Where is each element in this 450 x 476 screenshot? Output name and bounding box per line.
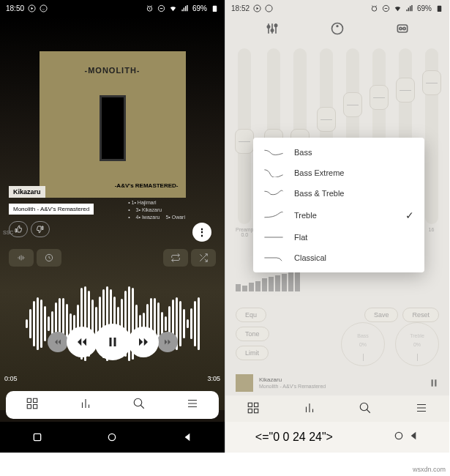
queue-tab[interactable] — [415, 401, 428, 417]
svg-rect-33 — [255, 409, 258, 413]
next-button[interactable] — [128, 327, 159, 357]
back-icon[interactable] — [181, 431, 193, 443]
svg-rect-19 — [438, 5, 442, 11]
overview-icon[interactable] — [31, 431, 43, 443]
curve-icon — [263, 168, 284, 177]
svg-rect-13 — [34, 434, 40, 440]
search-tab[interactable] — [132, 397, 146, 413]
search-tab[interactable] — [359, 401, 372, 417]
svg-point-12 — [134, 398, 142, 406]
equ-button[interactable]: Equ — [236, 308, 266, 322]
back-icon[interactable] — [408, 430, 419, 442]
treble-knob[interactable]: Treble0% — [395, 322, 439, 366]
svg-rect-8 — [28, 398, 31, 402]
seek-back-button[interactable] — [48, 332, 68, 352]
mini-pause-button[interactable] — [429, 378, 439, 388]
queue-tab[interactable] — [186, 397, 199, 413]
bass-knob[interactable]: Bass0% — [341, 322, 385, 366]
reverb-icon[interactable] — [395, 21, 410, 36]
curve-icon — [263, 148, 284, 157]
preset-classical[interactable]: Classical — [253, 248, 424, 268]
thumbs-down-button[interactable] — [31, 221, 50, 237]
mini-track: Kikazaru — [259, 376, 326, 384]
preset-treble[interactable]: Treble ✓ — [253, 204, 424, 227]
preset-bass-treble[interactable]: Bass & Treble — [253, 183, 424, 204]
preset-bass-extreme[interactable]: Bass Extreme — [253, 163, 424, 183]
time-elapsed: 0:05 — [4, 375, 18, 382]
play-indicator-icon — [253, 4, 261, 12]
svg-rect-28 — [432, 379, 433, 386]
battery-icon — [435, 4, 443, 12]
system-nav — [0, 422, 225, 453]
library-tab[interactable] — [247, 401, 260, 417]
battery-pct: 69% — [417, 4, 432, 12]
wifi-icon — [169, 4, 177, 12]
thumbs-up-button[interactable] — [9, 221, 28, 237]
preset-popup: Bass Bass Extreme Bass & Treble Treble ✓… — [253, 138, 424, 272]
status-bar: 18:52 69% — [225, 0, 449, 16]
player-screen: 18:50 69% -MONOLITH- -A&V's REMASTERED- … — [0, 0, 225, 453]
curve-icon — [263, 253, 284, 262]
remaster-tag: -A&V's REMASTERED- — [115, 182, 179, 189]
bottom-nav — [6, 391, 219, 419]
home-icon[interactable] — [393, 430, 405, 442]
battery-pct: 69% — [192, 4, 207, 12]
preset-flat[interactable]: Flat — [253, 227, 424, 248]
wifi-icon — [394, 4, 402, 12]
equalizer-tab[interactable] — [79, 397, 92, 413]
clock: 18:52 — [231, 4, 250, 12]
play-indicator-icon — [28, 4, 36, 12]
preset-bass[interactable]: Bass — [253, 142, 424, 163]
curve-icon — [263, 211, 284, 220]
battery-icon — [211, 4, 219, 12]
svg-point-35 — [395, 432, 402, 439]
band-slider[interactable] — [425, 48, 438, 224]
svg-rect-30 — [249, 403, 252, 406]
more-button[interactable]: ⋮ — [192, 223, 211, 242]
visualizer-button[interactable] — [9, 249, 34, 267]
home-icon[interactable] — [106, 431, 118, 443]
eq-sliders-icon[interactable] — [265, 21, 280, 36]
balance-icon[interactable] — [330, 21, 345, 36]
svg-rect-10 — [28, 405, 31, 409]
preamp-slider[interactable] — [238, 48, 251, 224]
svg-rect-7 — [113, 338, 116, 346]
shuffle-button[interactable] — [191, 249, 216, 267]
svg-rect-4 — [213, 5, 217, 11]
mini-player[interactable]: Kikazaru Monolith - A&V's Remastered — [236, 373, 439, 393]
svg-point-34 — [361, 403, 369, 411]
sleep-timer-button[interactable] — [37, 249, 61, 267]
album-subtitle[interactable]: Monolith - A&V's Remastered — [9, 204, 94, 215]
play-pause-button[interactable] — [94, 324, 131, 360]
alarm-icon — [370, 4, 378, 12]
watermark: wsxdn.com — [413, 466, 446, 473]
save-button[interactable]: Save — [364, 308, 399, 322]
limit-button[interactable]: Limit — [236, 346, 269, 360]
prev-button[interactable] — [67, 327, 97, 357]
album-art[interactable]: -MONOLITH- -A&V's REMASTERED- — [40, 51, 186, 198]
track-list: 1• Hajimari 3• Kikazaru 4• Iwazaru5• Owa… — [128, 199, 185, 220]
dnd-icon — [382, 4, 390, 12]
mini-album: Monolith - A&V's Remastered — [259, 384, 326, 390]
system-nav: <="0 0 24 24"> — [225, 422, 449, 453]
clock: 18:50 — [6, 4, 24, 12]
svg-point-14 — [109, 434, 116, 440]
dnd-icon — [157, 4, 165, 12]
svg-point-23 — [331, 23, 342, 34]
whatsapp-icon — [40, 4, 48, 12]
mini-eq-graphic — [236, 271, 300, 291]
svg-rect-9 — [34, 398, 37, 402]
curve-icon — [263, 189, 284, 198]
reset-button[interactable]: Reset — [402, 308, 439, 322]
library-tab[interactable] — [26, 397, 39, 413]
svg-point-21 — [271, 29, 274, 31]
signal-icon — [405, 4, 413, 12]
tone-button[interactable]: Tone — [236, 327, 269, 341]
svg-rect-11 — [34, 405, 37, 409]
repeat-button[interactable] — [163, 249, 188, 267]
track-title[interactable]: Kikazaru — [9, 186, 45, 198]
seek-fwd-button[interactable] — [157, 332, 178, 352]
equalizer-tab[interactable] — [303, 401, 316, 417]
mini-album-art — [236, 374, 253, 392]
check-icon: ✓ — [405, 209, 414, 221]
